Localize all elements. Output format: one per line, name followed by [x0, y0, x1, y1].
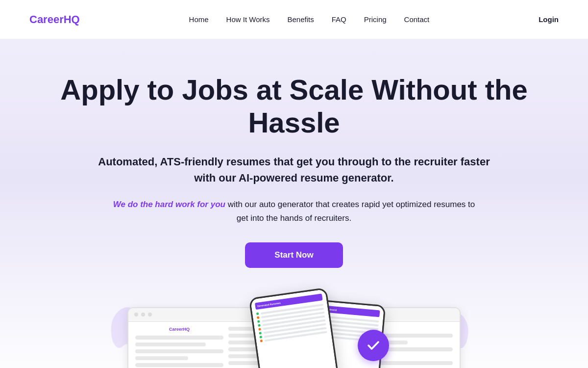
laptop-line-4	[135, 356, 188, 360]
hero-highlight: We do the hard work for you	[113, 200, 225, 209]
laptop-line-3	[135, 349, 223, 353]
start-now-button[interactable]: Start Now	[245, 242, 343, 268]
phone-screen-1: Generated Resumes	[250, 289, 338, 368]
phone-mockup-1: Generated Resumes	[249, 288, 340, 368]
mockup-wrapper: CareerHQ	[74, 295, 514, 368]
hero-title: Apply to Jobs at Scale Without the Hassl…	[49, 74, 539, 139]
nav-home[interactable]: Home	[189, 15, 209, 24]
laptop-line-2	[135, 342, 206, 346]
navbar: CareerHQ Home How It Works Benefits FAQ …	[0, 0, 588, 39]
nav-how-it-works[interactable]: How It Works	[226, 15, 270, 24]
nav-faq[interactable]: FAQ	[332, 15, 346, 24]
phone-header-2: Dashboard	[322, 305, 380, 317]
hero-illustration: CareerHQ	[74, 292, 514, 368]
check-circle	[358, 330, 389, 361]
hero-section: Apply to Jobs at Scale Without the Hassl…	[0, 39, 588, 368]
dot-green-1	[256, 312, 259, 315]
laptop-left-panel: CareerHQ	[135, 327, 223, 368]
dot-green-4	[259, 332, 262, 335]
hero-description-rest: with our auto generator that creates rap…	[225, 200, 475, 222]
nav-contact[interactable]: Contact	[404, 15, 430, 24]
login-link[interactable]: Login	[539, 15, 559, 24]
dot-2	[141, 313, 145, 316]
dot-green-3	[258, 324, 261, 327]
brand-logo[interactable]: CareerHQ	[29, 13, 80, 26]
dot-1	[134, 313, 138, 316]
hero-description: We do the hard work for you with our aut…	[108, 198, 480, 224]
laptop-line-1	[135, 336, 223, 340]
nav-links: Home How It Works Benefits FAQ Pricing C…	[189, 15, 430, 24]
phone-header-text-1: Generated Resumes	[257, 301, 281, 308]
dot-orange-1	[257, 316, 260, 319]
nav-benefits[interactable]: Benefits	[288, 15, 314, 24]
laptop-line-5	[135, 363, 223, 367]
nav-pricing[interactable]: Pricing	[364, 15, 387, 24]
dot-green-5	[259, 336, 262, 339]
dot-orange-3	[260, 340, 263, 342]
check-icon	[365, 337, 382, 354]
dot-green-2	[257, 320, 260, 323]
laptop-logo: CareerHQ	[135, 327, 223, 332]
hero-subtitle: Automated, ATS-friendly resumes that get…	[93, 154, 495, 186]
dot-orange-2	[258, 328, 261, 331]
dot-3	[148, 313, 152, 316]
